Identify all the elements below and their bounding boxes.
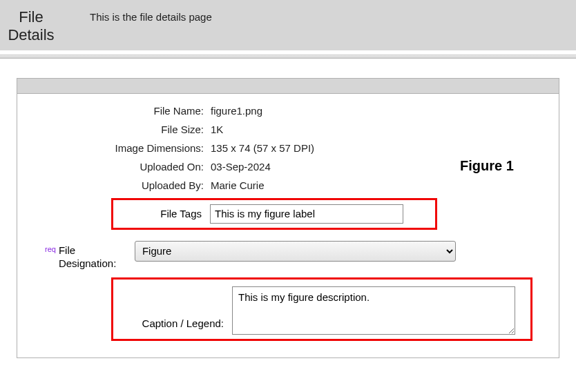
- file-tags-label: File Tags: [120, 208, 210, 219]
- file-tags-highlight: File Tags: [111, 198, 437, 230]
- image-dimensions-value: 135 x 74 (57 x 57 DPI): [211, 142, 314, 154]
- caption-legend-label: Caption / Legend:: [113, 317, 232, 335]
- file-size-label: File Size:: [31, 124, 211, 135]
- row-file-size: File Size: 1K: [31, 124, 545, 135]
- required-marker: req: [45, 241, 56, 253]
- panel-header-bar: [17, 79, 559, 94]
- file-tags-input[interactable]: [210, 204, 403, 224]
- uploaded-on-value: 03-Sep-2024: [211, 161, 271, 173]
- row-file-designation: req File Designation: Figure: [45, 241, 545, 271]
- row-file-name: File Name: figure1.png: [31, 105, 545, 117]
- uploaded-by-label: Uploaded By:: [31, 179, 211, 191]
- page-header: File Details This is the file details pa…: [0, 0, 576, 50]
- file-size-value: 1K: [211, 124, 223, 135]
- thumbnail-text: Figure 1: [460, 158, 514, 174]
- file-designation-select[interactable]: Figure: [135, 241, 456, 262]
- caption-legend-textarea[interactable]: This is my figure description.: [232, 286, 515, 335]
- page-title: File Details: [0, 6, 62, 45]
- uploaded-by-value: Marie Curie: [211, 179, 265, 191]
- file-name-value: figure1.png: [211, 105, 262, 117]
- image-dimensions-label: Image Dimensions:: [31, 142, 211, 154]
- file-name-label: File Name:: [31, 105, 211, 117]
- page-subtitle: This is the file details page: [62, 6, 212, 23]
- file-thumbnail: Figure 1: [432, 137, 542, 196]
- caption-legend-highlight: Caption / Legend: This is my figure desc…: [111, 277, 532, 341]
- file-designation-label: File Designation:: [59, 241, 135, 271]
- file-details-panel: Figure 1 File Name: figure1.png File Siz…: [17, 78, 559, 358]
- uploaded-on-label: Uploaded On:: [31, 161, 211, 173]
